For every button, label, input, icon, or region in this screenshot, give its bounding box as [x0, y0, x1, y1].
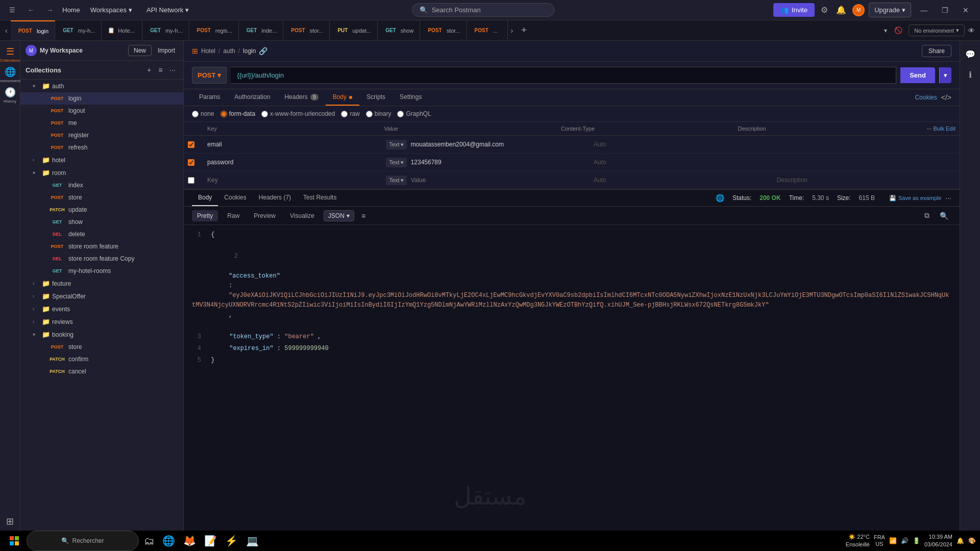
tab-update[interactable]: PUT updat...	[330, 20, 378, 41]
radio-none-input[interactable]	[192, 111, 199, 117]
tab-nav-right[interactable]: ›	[508, 27, 517, 35]
avatar[interactable]: M	[852, 4, 865, 16]
right-sidebar-info[interactable]: ℹ	[961, 65, 979, 84]
tab-register[interactable]: POST regis...	[189, 20, 239, 41]
right-sidebar-chat[interactable]: 💬	[961, 45, 979, 63]
row-type-text[interactable]: Text ▾	[386, 176, 406, 185]
sidebar-item-history[interactable]: 🕐 History	[1, 86, 19, 104]
resp-tab-body[interactable]: Body	[192, 190, 218, 206]
radio-binary[interactable]: binary	[366, 110, 391, 117]
taskbar-app3[interactable]: ⚡	[222, 531, 241, 551]
row-checkbox-password[interactable]	[188, 159, 194, 166]
filter-button[interactable]: ≡	[156, 65, 165, 75]
radio-graphql-input[interactable]	[397, 111, 404, 117]
radio-formdata-input[interactable]	[220, 111, 227, 117]
tree-item-room-update[interactable]: PATCH update	[20, 204, 183, 216]
radio-graphql[interactable]: GraphQL	[397, 110, 431, 117]
tab-headers[interactable]: Headers 9	[277, 89, 325, 106]
row-key-password[interactable]	[203, 157, 386, 168]
fmt-tab-pretty[interactable]: Pretty	[192, 210, 218, 221]
add-collection-button[interactable]: +	[144, 65, 154, 75]
row-checkbox-email[interactable]	[188, 141, 194, 148]
tab-get-myh[interactable]: GET my-h...	[55, 20, 102, 41]
row-value-empty[interactable]	[407, 174, 590, 186]
tree-item-room-index[interactable]: GET index	[20, 179, 183, 191]
tree-item-room-delete[interactable]: DEL delete	[20, 228, 183, 240]
settings-button[interactable]: ⚙	[819, 3, 830, 17]
hamburger-menu[interactable]: ☰	[6, 4, 18, 16]
copy-response-button[interactable]: ⧉	[921, 210, 933, 221]
sidebar-item-plugins[interactable]: ⊞	[1, 512, 19, 531]
tree-item-store-room-feature-copy[interactable]: DEL store room feature Copy	[20, 253, 183, 265]
search-bar[interactable]: 🔍 Search Postman	[412, 3, 555, 17]
tree-item-room-show[interactable]: GET show	[20, 216, 183, 228]
tree-item-refresh[interactable]: POST refresh	[20, 141, 183, 154]
tree-item-store-room-feature[interactable]: POST store room feature	[20, 240, 183, 253]
tree-item-room-store[interactable]: POST store	[20, 191, 183, 204]
cookies-link[interactable]: Cookies	[915, 94, 937, 101]
fmt-tab-raw[interactable]: Raw	[222, 210, 244, 221]
radio-raw-input[interactable]	[341, 111, 348, 117]
url-input[interactable]	[231, 67, 896, 84]
share-button[interactable]: Share	[922, 45, 951, 57]
tab-authorization[interactable]: Authorization	[227, 89, 277, 106]
taskbar-app1[interactable]: 🦊	[180, 531, 199, 551]
radio-urlencoded-input[interactable]	[261, 111, 268, 117]
radio-raw[interactable]: raw	[341, 110, 359, 117]
upgrade-button[interactable]: Upgrade ▾	[869, 3, 911, 17]
sidebar-item-collections[interactable]: ☰ Collections	[1, 45, 19, 63]
more-options-button[interactable]: ···	[167, 65, 178, 75]
bulk-edit-button[interactable]: Bulk Edit	[934, 126, 955, 132]
taskbar-app4[interactable]: 💻	[243, 531, 262, 551]
import-button[interactable]: Import	[155, 45, 178, 56]
tree-item-me[interactable]: POST me	[20, 117, 183, 129]
tree-item-login[interactable]: POST login	[20, 92, 183, 105]
fmt-tab-visualize[interactable]: Visualize	[285, 210, 320, 221]
tree-folder-specialoffer[interactable]: › 📁 SpecialOffer	[20, 290, 183, 303]
environment-view-button[interactable]: 👁	[965, 27, 978, 35]
tab-stor1[interactable]: POST stor...	[283, 20, 330, 41]
tree-item-booking-confirm[interactable]: PATCH confirm	[20, 353, 183, 365]
radio-binary-input[interactable]	[366, 111, 373, 117]
maximize-button[interactable]: ❐	[937, 4, 953, 16]
tree-folder-feuture[interactable]: › 📁 feuture	[20, 277, 183, 290]
invite-button[interactable]: 👥 Invite	[773, 3, 815, 17]
tab-hotel[interactable]: 📋 Hote...	[102, 20, 142, 41]
tree-folder-auth[interactable]: ▾ 📁 auth	[20, 80, 183, 92]
home-link[interactable]: Home	[62, 6, 80, 14]
row-type-text[interactable]: Text ▾	[386, 140, 406, 149]
new-button[interactable]: New	[128, 45, 152, 56]
workspaces-dropdown[interactable]: Workspaces ▾	[86, 4, 136, 16]
close-button[interactable]: ✕	[958, 4, 974, 16]
tree-item-booking-store[interactable]: POST store	[20, 341, 183, 353]
tab-settings[interactable]: Settings	[393, 89, 429, 106]
tab-post[interactable]: POST ...	[467, 20, 508, 41]
tree-folder-booking[interactable]: ▾ 📁 booking	[20, 328, 183, 341]
row-value-email[interactable]	[407, 139, 590, 150]
tab-overflow-button[interactable]: ▾	[881, 27, 890, 34]
tab-params[interactable]: Params	[192, 89, 227, 106]
resp-tab-headers[interactable]: Headers (7)	[253, 190, 297, 206]
no-environment-selector[interactable]: No environment ▾	[909, 24, 965, 36]
radio-formdata[interactable]: form-data	[220, 110, 255, 117]
radio-none[interactable]: none	[192, 110, 214, 117]
tab-body[interactable]: Body	[326, 89, 360, 106]
send-button[interactable]: Send	[900, 67, 935, 83]
resp-tab-test-results[interactable]: Test Results	[297, 190, 342, 206]
notifications-button[interactable]: 🔔	[834, 3, 848, 17]
tab-add-button[interactable]: +	[516, 25, 532, 36]
tree-item-logout[interactable]: POST logout	[20, 105, 183, 117]
tree-folder-reviews[interactable]: › 📁 reviews	[20, 315, 183, 328]
tree-folder-room[interactable]: ▾ 📁 room	[20, 166, 183, 179]
back-button[interactable]: ←	[24, 4, 37, 16]
tab-scripts[interactable]: Scripts	[359, 89, 393, 106]
minimize-button[interactable]: —	[915, 4, 933, 16]
resp-more-button[interactable]: ···	[945, 194, 951, 202]
code-view-button[interactable]: </>	[941, 93, 951, 102]
tree-item-booking-cancel[interactable]: PATCH cancel	[20, 365, 183, 378]
taskbar-explorer[interactable]: 🗂	[141, 531, 157, 551]
search-response-button[interactable]: 🔍	[937, 210, 951, 221]
radio-urlencoded[interactable]: x-www-form-urlencoded	[261, 110, 335, 117]
save-as-example-button[interactable]: 💾 Save as example	[889, 195, 941, 202]
tab-show[interactable]: GET show	[378, 20, 420, 41]
